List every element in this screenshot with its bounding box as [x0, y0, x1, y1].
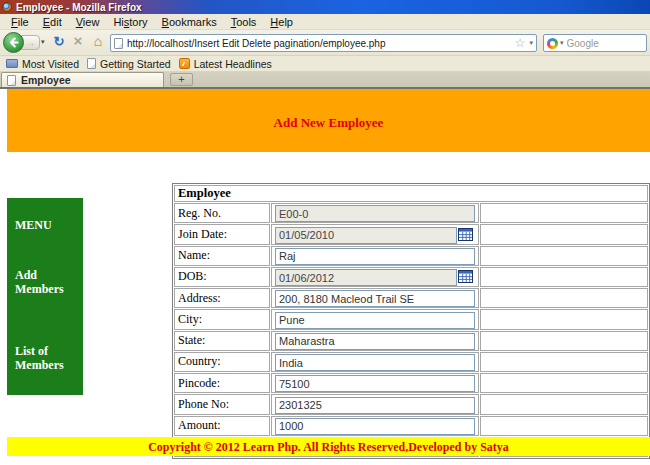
- back-button[interactable]: [3, 32, 24, 53]
- google-search-engine-icon[interactable]: [547, 38, 558, 49]
- location-dropdown-icon[interactable]: ▾: [529, 39, 533, 47]
- field-cell: [271, 288, 479, 308]
- menu-view[interactable]: View: [69, 15, 107, 29]
- sidebar-item-list-of-members[interactable]: List of Members: [15, 344, 77, 372]
- search-bar[interactable]: ▾: [543, 34, 647, 52]
- field-cell: [271, 373, 479, 393]
- home-button[interactable]: ⌂: [90, 33, 106, 49]
- tab-employee[interactable]: Employee: [1, 72, 164, 87]
- window-titlebar: Employee - Mozilla Firefox: [0, 0, 650, 14]
- state-input[interactable]: [275, 333, 475, 350]
- reload-button[interactable]: ↻: [51, 34, 67, 49]
- menu-help[interactable]: Help: [263, 15, 300, 29]
- form-row: Phone No:: [174, 394, 648, 414]
- bookmark-getting-started[interactable]: Getting Started: [85, 58, 177, 70]
- form-row: Amount:: [174, 416, 648, 436]
- menu-bookmarks[interactable]: Bookmarks: [155, 15, 224, 29]
- search-engine-dropdown-icon[interactable]: ▾: [560, 39, 564, 47]
- sidebar-title: MENU: [15, 198, 83, 232]
- field-label-amount: Amount:: [174, 416, 270, 436]
- menu-file[interactable]: File: [4, 15, 36, 29]
- field-label-city: City:: [174, 309, 270, 329]
- form-row: Name:: [174, 246, 648, 266]
- calendar-icon: [458, 270, 473, 283]
- menu-edit[interactable]: Edit: [36, 15, 69, 29]
- rss-icon: [179, 58, 190, 69]
- spacer-cell: [480, 309, 648, 329]
- field-label-state: State:: [174, 331, 270, 351]
- menu-history[interactable]: History: [106, 15, 154, 29]
- bookmark-most-visited[interactable]: Most Visited: [4, 58, 85, 70]
- spacer-cell: [480, 246, 648, 266]
- sidebar-menu: MENU Add Members List of Members: [7, 198, 83, 395]
- bookmark-latest-headlines[interactable]: Latest Headlines: [177, 58, 278, 70]
- field-cell: [271, 331, 479, 351]
- form-row: Pincode:: [174, 373, 648, 393]
- field-label-country: Country:: [174, 352, 270, 372]
- country-input[interactable]: [275, 354, 475, 371]
- join-date-input[interactable]: [275, 227, 457, 244]
- navigation-toolbar: → ▾ ↻ × ⌂ ☆ ▾ ▾: [0, 30, 650, 56]
- field-label-reg-no: Reg. No.: [174, 203, 270, 223]
- browser-window: Employee - Mozilla Firefox FileEditViewH…: [0, 0, 650, 465]
- copyright-text: Copyright © 2012 Learn Php. All Rights R…: [148, 440, 509, 454]
- join-date-calendar-button[interactable]: [457, 227, 473, 241]
- field-cell: [271, 246, 479, 266]
- folder-icon: [6, 59, 18, 68]
- dob-calendar-button[interactable]: [457, 270, 473, 284]
- form-row: Join Date:: [174, 224, 648, 244]
- window-title: Employee - Mozilla Firefox: [16, 2, 142, 13]
- url-input[interactable]: [127, 38, 513, 49]
- history-dropdown-icon[interactable]: ▾: [41, 38, 45, 46]
- field-label-pincode: Pincode:: [174, 373, 270, 393]
- name-input[interactable]: [275, 248, 475, 265]
- amount-input[interactable]: [275, 418, 475, 435]
- spacer-cell: [480, 331, 648, 351]
- sidebar-item-add-members[interactable]: Add Members: [15, 268, 77, 296]
- reg-no-input: [275, 205, 475, 222]
- tab-bar: Employee +: [0, 72, 650, 89]
- site-favicon-icon: [114, 38, 123, 49]
- menu-tools[interactable]: Tools: [224, 15, 264, 29]
- field-label-name: Name:: [174, 246, 270, 266]
- field-label-join-date: Join Date:: [174, 224, 270, 244]
- spacer-cell: [480, 203, 648, 223]
- form-row: Country:: [174, 352, 648, 372]
- form-row: City:: [174, 309, 648, 329]
- form-row: DOB:: [174, 267, 648, 287]
- spacer-cell: [480, 352, 648, 372]
- field-cell: [271, 267, 479, 287]
- firefox-logo-icon: [2, 2, 12, 12]
- tab-label: Employee: [21, 74, 71, 86]
- new-tab-button[interactable]: +: [170, 73, 193, 86]
- field-cell: [271, 394, 479, 414]
- pincode-input[interactable]: [275, 375, 475, 392]
- spacer-cell: [480, 288, 648, 308]
- spacer-cell: [480, 224, 648, 244]
- bookmark-label: Most Visited: [22, 58, 79, 70]
- field-label-phone-no: Phone No:: [174, 394, 270, 414]
- bookmark-label: Latest Headlines: [194, 58, 272, 70]
- search-input[interactable]: [567, 38, 643, 49]
- stop-button[interactable]: ×: [70, 32, 86, 49]
- field-cell: [271, 416, 479, 436]
- menu-bar: FileEditViewHistoryBookmarksToolsHelp: [0, 14, 650, 30]
- location-bar[interactable]: ☆ ▾: [110, 34, 537, 52]
- address-input[interactable]: [275, 290, 475, 307]
- phone-no-input[interactable]: [275, 397, 475, 414]
- field-cell: [271, 352, 479, 372]
- calendar-icon: [458, 228, 473, 241]
- form-row: Reg. No.: [174, 203, 648, 223]
- back-arrow-icon: [8, 37, 19, 48]
- spacer-cell: [480, 394, 648, 414]
- city-input[interactable]: [275, 312, 475, 329]
- dob-input[interactable]: [275, 269, 457, 286]
- spacer-cell: [480, 267, 648, 287]
- field-cell: [271, 203, 479, 223]
- bookmark-star-icon[interactable]: ☆: [515, 37, 526, 49]
- field-cell: [271, 224, 479, 244]
- field-label-address: Address:: [174, 288, 270, 308]
- spacer-cell: [480, 373, 648, 393]
- spacer-cell: [480, 416, 648, 436]
- page-footer: Copyright © 2012 Learn Php. All Rights R…: [7, 437, 650, 456]
